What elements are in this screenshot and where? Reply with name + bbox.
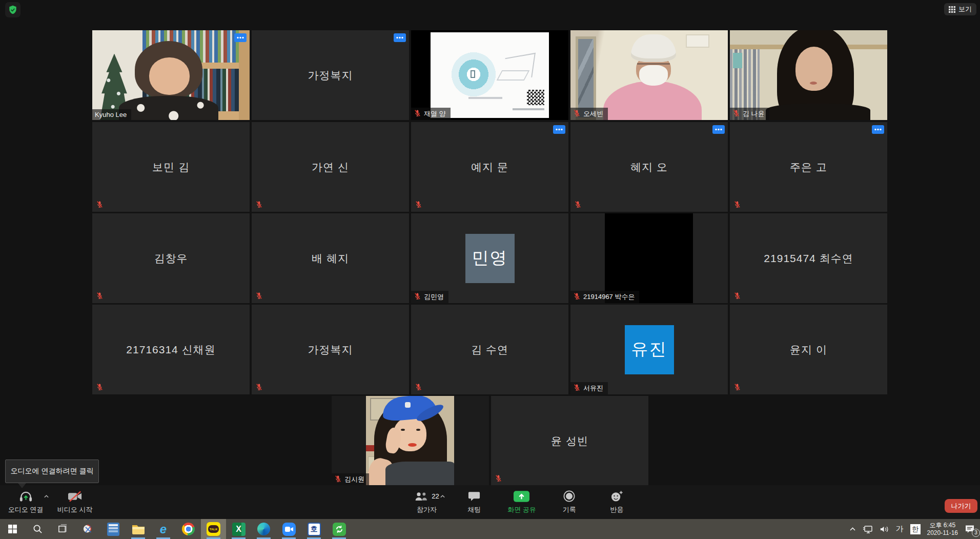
participant-name: 21716314 신채원 (92, 305, 250, 394)
participant-tile[interactable]: 김 수연 (411, 305, 568, 394)
video-off-icon (68, 490, 83, 503)
audio-options-chevron[interactable] (44, 494, 49, 498)
participant-name-label: Kyuho Lee (92, 109, 131, 120)
participant-tile[interactable]: 가정복지 (252, 305, 409, 394)
search-icon[interactable] (25, 519, 50, 539)
tooltip-arrow (18, 483, 26, 492)
more-options-button[interactable] (712, 125, 725, 134)
avatar: 민영 (465, 234, 515, 283)
participant-name: 배 혜지 (252, 213, 409, 303)
share-screen-icon (513, 490, 530, 503)
participant-name: 가정복지 (252, 305, 409, 394)
file-explorer-icon[interactable] (126, 519, 151, 539)
participant-tile[interactable]: 김창우 (92, 213, 250, 303)
start-button[interactable] (0, 519, 25, 539)
volume-icon[interactable] (880, 525, 889, 533)
participant-name: 주은 고 (730, 122, 887, 212)
participant-name: 가정복지 (252, 30, 409, 120)
participant-tile[interactable]: 김 나윤 (730, 30, 887, 120)
more-options-button[interactable] (872, 125, 884, 134)
participant-tile[interactable]: 가정복지 (252, 30, 409, 120)
grid-view-icon (949, 6, 955, 13)
participant-tile[interactable]: 김시원 (332, 396, 489, 486)
participant-name: 가연 신 (252, 122, 409, 212)
participant-name-label: 오세빈 (570, 108, 608, 120)
muted-mic-icon (415, 201, 423, 209)
participants-icon (414, 491, 428, 502)
notification-center-icon[interactable]: 3 (965, 523, 976, 535)
zoom-app-icon[interactable] (276, 519, 301, 539)
participant-tile[interactable]: 민영 김민영 (411, 213, 568, 303)
shared-screen-feed (411, 30, 568, 120)
muted-mic-icon (495, 474, 503, 483)
participant-name: 혜지 오 (570, 122, 728, 212)
participant-tile[interactable]: 윤 성빈 (491, 396, 648, 486)
muted-mic-icon (414, 292, 421, 302)
participant-tile[interactable]: 주은 고 (730, 122, 887, 212)
snipping-tool-icon[interactable] (75, 519, 100, 539)
meeting-toolbar: 오디오 연결 비디오 시작 22 참가자 (0, 485, 980, 519)
muted-mic-icon (96, 383, 104, 391)
leave-button[interactable]: 나가기 (945, 499, 977, 513)
muted-mic-icon (733, 383, 742, 391)
tray-date: 2020-11-16 (927, 529, 958, 537)
taskbar-clock[interactable]: 오후 6:45 2020-11-16 (927, 522, 958, 537)
participant-tile[interactable]: 가연 신 (252, 122, 409, 212)
video-feed (605, 213, 693, 303)
internet-explorer-icon[interactable]: e (151, 519, 176, 539)
chrome-icon[interactable] (176, 519, 201, 539)
hangul-office-icon[interactable]: 호 (301, 519, 326, 539)
ime-korean-a[interactable]: 가 (896, 524, 904, 534)
reactions-button[interactable]: 반응 (593, 485, 641, 519)
participant-tile[interactable]: 예지 문 (411, 122, 568, 212)
top-bar: 보기 (0, 0, 980, 17)
more-options-button[interactable] (234, 33, 247, 42)
video-feed (92, 30, 250, 120)
participant-tile[interactable]: Kyuho Lee (92, 30, 250, 120)
participant-tile[interactable]: 윤지 이 (730, 305, 887, 394)
participant-tile[interactable]: 21716314 신채원 (92, 305, 250, 394)
participant-name: 예지 문 (411, 122, 568, 212)
participant-name: 윤지 이 (730, 305, 887, 394)
participant-tile[interactable]: 배 혜지 (252, 213, 409, 303)
calculator-icon[interactable] (100, 519, 126, 539)
tray-chevron-up-icon[interactable] (849, 527, 856, 531)
kakaotalk-icon[interactable]: TALK (201, 519, 226, 539)
participant-tile[interactable]: 유진 서유진 (570, 305, 728, 394)
more-options-button[interactable] (394, 33, 406, 42)
participants-chevron[interactable] (440, 494, 445, 498)
encryption-shield-icon[interactable] (5, 2, 21, 17)
view-button[interactable]: 보기 (944, 3, 976, 15)
participant-tile[interactable]: 보민 김 (92, 122, 250, 212)
muted-mic-icon (732, 109, 740, 118)
muted-mic-icon (574, 201, 582, 209)
participant-name-label: 김시원 (332, 473, 369, 486)
participants-button[interactable]: 22 참가자 (403, 485, 451, 519)
participant-tile[interactable]: 21915474 최수연 (730, 213, 887, 303)
edge-icon[interactable] (251, 519, 276, 539)
network-icon[interactable] (863, 525, 873, 533)
participant-tile[interactable]: 21914967 박수은 (570, 213, 728, 303)
share-screen-button[interactable]: 화면 공유 (498, 485, 546, 519)
participant-name-label: 재열 양 (411, 108, 451, 120)
muted-mic-icon (414, 109, 421, 118)
participant-tile[interactable]: 재열 양 (411, 30, 568, 120)
green-sync-icon[interactable] (326, 519, 352, 539)
participants-count: 22 (432, 492, 439, 500)
video-feed (570, 30, 728, 120)
start-video-button[interactable]: 비디오 시작 (50, 485, 99, 519)
video-feed (332, 396, 489, 486)
muted-mic-icon (255, 201, 263, 209)
ime-han-indicator[interactable]: 한 (910, 524, 921, 534)
task-view-icon[interactable] (50, 519, 75, 539)
muted-mic-icon (573, 109, 581, 118)
participant-tile[interactable]: 오세빈 (570, 30, 728, 120)
participant-tile[interactable]: 혜지 오 (570, 122, 728, 212)
muted-mic-icon (255, 383, 263, 391)
chat-button[interactable]: 채팅 (451, 485, 498, 519)
participant-name: 윤 성빈 (491, 396, 648, 486)
muted-mic-icon (415, 383, 423, 391)
record-button[interactable]: 기록 (545, 485, 593, 519)
more-options-button[interactable] (553, 125, 565, 134)
excel-icon[interactable]: X (226, 519, 251, 539)
